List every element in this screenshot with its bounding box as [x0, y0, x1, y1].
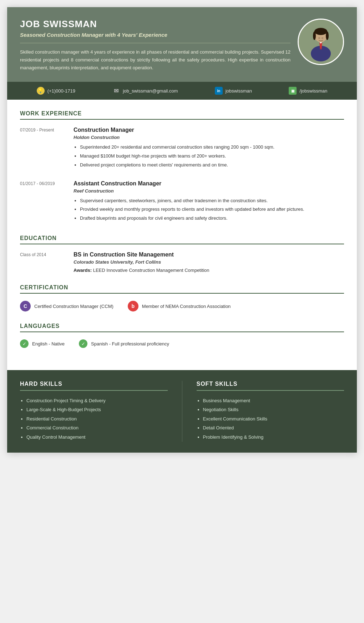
soft-skills-list: Business Management Negotiation Skills E… [197, 397, 344, 441]
cert-item-1: C Certified Construction Manager (CCM) [20, 301, 113, 312]
phone-icon: 💡 [37, 87, 45, 95]
github-icon: ▣ [289, 87, 297, 95]
hard-skill-2: Large-Scale & High-Budget Projects [26, 405, 168, 414]
svg-rect-10 [322, 38, 323, 39]
candidate-subtitle: Seasoned Construction Manager with 4 Yea… [20, 32, 290, 38]
job-item-2: 01/2017 - 06/2019 Assistant Construction… [20, 180, 344, 224]
svg-point-5 [326, 31, 329, 40]
job-title-2: Assistant Construction Manager [74, 180, 344, 187]
languages-title: LANGUAGES [20, 323, 344, 332]
soft-skills-title: SOFT SKILLS [197, 381, 344, 391]
job-bullets-1: Superintended 20+ residential and commer… [74, 144, 344, 169]
job-details-2: Assistant Construction Manager Reef Cons… [74, 180, 344, 224]
certification-title: CERTIFICATION [20, 284, 344, 294]
skills-section: HARD SKILLS Construction Project Timing … [7, 370, 357, 453]
bullet-2-3: Drafted blueprints and proposals for civ… [80, 215, 344, 222]
hard-skills-col: HARD SKILLS Construction Project Timing … [20, 381, 168, 442]
soft-skill-2: Negotiation Skills [203, 405, 344, 414]
education-section: EDUCATION Class of 2014 BS in Constructi… [20, 235, 344, 273]
hard-skills-list: Construction Project Timing & Delivery L… [20, 397, 168, 441]
linkedin-icon: in [215, 87, 223, 95]
hard-skill-5: Quality Control Management [26, 433, 168, 441]
languages-section: LANGUAGES ✓ English - Native ✓ Spanish -… [20, 323, 344, 348]
lang-check-1: ✓ [20, 339, 29, 348]
education-item-1: Class of 2014 BS in Construction Site Ma… [20, 251, 344, 273]
svg-point-3 [314, 28, 327, 35]
header-section: JOB SWISSMAN Seasoned Construction Manag… [7, 7, 357, 82]
education-school-1: Colorado States University, Fort Collins [74, 259, 344, 265]
main-content: WORK EXPERIENCE 07/2019 - Present Constr… [7, 100, 357, 370]
soft-skill-4: Detail Oriented [203, 424, 344, 432]
contact-github: ▣ /jobswissman [289, 87, 327, 95]
header-divider [20, 43, 290, 43]
cert-nema-text: Member of NEMA Construction Association [142, 304, 231, 309]
awards-text: LEED Innovative Construction Management … [93, 268, 209, 273]
hard-skill-3: Residential Construction [26, 415, 168, 423]
certification-section: CERTIFICATION C Certified Construction M… [20, 284, 344, 312]
cert-nema-icon: b [128, 301, 138, 312]
job-date-1: 07/2019 - Present [20, 127, 66, 170]
lang-text-2: Spanish - Full professional proficiency [91, 341, 169, 347]
email-text: job_swissman@gmail.com [123, 88, 178, 94]
work-experience-section: WORK EXPERIENCE 07/2019 - Present Constr… [20, 110, 344, 224]
svg-rect-9 [318, 38, 320, 39]
cert-ccm-icon: C [20, 301, 31, 312]
hard-skill-4: Commercial Construction [26, 424, 168, 432]
bullet-1-1: Superintended 20+ residential and commer… [80, 144, 344, 151]
work-experience-title: WORK EXPERIENCE [20, 110, 344, 120]
awards-label: Awards: [74, 268, 92, 273]
job-company-2: Reef Construction [74, 188, 344, 194]
lang-item-1: ✓ English - Native [20, 339, 65, 348]
hard-skill-1: Construction Project Timing & Delivery [26, 397, 168, 405]
job-details-1: Construction Manager Holdon Construction… [74, 127, 344, 170]
cert-ccm-text: Certified Construction Manager (CCM) [34, 304, 113, 309]
github-text: /jobswissman [299, 88, 327, 94]
contact-linkedin: in jobswissman [215, 87, 252, 95]
soft-skill-3: Excellent Communication Skills [203, 415, 344, 423]
svg-marker-8 [320, 42, 322, 43]
education-degree-1: BS in Construction Site Management [74, 251, 344, 258]
soft-skills-col: SOFT SKILLS Business Management Negotiat… [197, 381, 344, 442]
lang-check-2: ✓ [79, 339, 87, 348]
job-title-1: Construction Manager [74, 127, 344, 133]
job-item-1: 07/2019 - Present Construction Manager H… [20, 127, 344, 170]
email-icon: ✉ [112, 87, 120, 95]
contact-bar: 💡 (+1)000-1719 ✉ job_swissman@gmail.com … [7, 82, 357, 100]
skills-divider [182, 381, 182, 442]
contact-email: ✉ job_swissman@gmail.com [112, 87, 178, 95]
bullet-2-2: Provided weekly and monthly progress rep… [80, 206, 344, 213]
header-left: JOB SWISSMAN Seasoned Construction Manag… [20, 19, 298, 72]
bullet-1-3: Delivered project completions to meet cl… [80, 161, 344, 169]
soft-skill-5: Problem Identifying & Solving [203, 433, 344, 441]
phone-text: (+1)000-1719 [47, 88, 75, 94]
candidate-photo [298, 19, 344, 65]
education-title: EDUCATION [20, 235, 344, 244]
job-company-1: Holdon Construction [74, 135, 344, 140]
candidate-bio: Skilled construction manager with 4 year… [20, 48, 290, 72]
photo-placeholder [299, 20, 343, 64]
cert-item-2: b Member of NEMA Construction Associatio… [128, 301, 231, 312]
education-details-1: BS in Construction Site Management Color… [74, 251, 344, 273]
languages-row: ✓ English - Native ✓ Spanish - Full prof… [20, 339, 344, 348]
linkedin-text: jobswissman [226, 88, 252, 94]
job-bullets-2: Supervised carpenters, steelworkers, joi… [74, 197, 344, 222]
lang-item-2: ✓ Spanish - Full professional proficienc… [79, 339, 169, 348]
soft-skill-1: Business Management [203, 397, 344, 405]
education-awards-1: Awards: LEED Innovative Construction Man… [74, 268, 344, 273]
svg-point-4 [313, 31, 316, 40]
contact-phone: 💡 (+1)000-1719 [37, 87, 75, 95]
resume-wrapper: JOB SWISSMAN Seasoned Construction Manag… [7, 7, 357, 453]
education-date-1: Class of 2014 [20, 251, 66, 273]
job-date-2: 01/2017 - 06/2019 [20, 180, 66, 224]
hard-skills-title: HARD SKILLS [20, 381, 168, 391]
bullet-2-1: Supervised carpenters, steelworkers, joi… [80, 197, 344, 205]
bullet-1-2: Managed $100M budget high-rise projects … [80, 153, 344, 160]
candidate-name: JOB SWISSMAN [20, 19, 290, 30]
certification-row: C Certified Construction Manager (CCM) b… [20, 301, 344, 312]
lang-text-1: English - Native [32, 341, 65, 347]
